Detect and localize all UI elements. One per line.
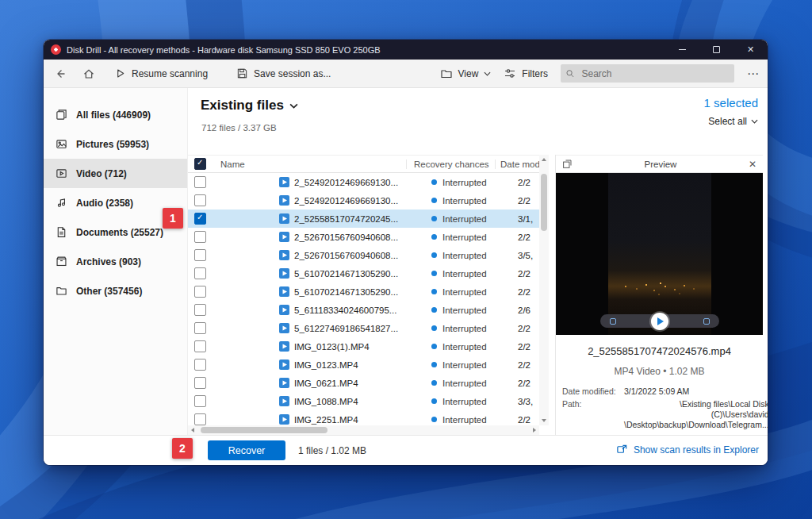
row-checkbox[interactable] <box>194 359 206 371</box>
recovery-chances-cell: Interrupted <box>424 306 513 315</box>
play-button[interactable] <box>651 313 668 330</box>
sidebar-item-other[interactable]: Other (357456) <box>44 276 187 306</box>
resume-scanning-button[interactable]: Resume scanning <box>114 67 208 79</box>
row-checkbox[interactable] <box>194 413 206 425</box>
search-box[interactable] <box>561 64 734 83</box>
recover-button[interactable]: Recover <box>208 440 285 460</box>
date-cell: 2/2 <box>513 342 539 352</box>
status-dot-icon <box>431 417 437 422</box>
row-checkbox[interactable] <box>194 213 206 225</box>
table-row[interactable]: 2_52670156760940608... Interrupted 3/5, <box>188 246 539 264</box>
filters-button[interactable]: Filters <box>504 67 548 80</box>
vertical-scrollbar[interactable] <box>539 155 549 425</box>
date-cell: 3/1, <box>513 214 539 224</box>
search-icon <box>565 68 575 79</box>
scan-source-dropdown[interactable]: Existing files <box>201 98 298 113</box>
recovery-chances-cell: Interrupted <box>424 379 513 388</box>
back-button[interactable] <box>54 67 67 80</box>
table-row[interactable]: 5_61227469186541827... Interrupted 2/2 <box>188 319 539 337</box>
row-checkbox[interactable] <box>194 231 206 243</box>
path-line-2: \Desktop\backup\Download\Telegram... <box>624 420 768 429</box>
disk-drill-logo-icon <box>51 44 61 55</box>
row-checkbox[interactable] <box>194 377 206 389</box>
sidebar-item-label: Pictures (59953) <box>76 139 149 150</box>
select-all-checkbox[interactable] <box>194 158 206 170</box>
status-dot-icon <box>431 398 437 404</box>
video-player-controls[interactable] <box>600 314 719 328</box>
search-input[interactable] <box>580 67 730 80</box>
sidebar-item-all-files[interactable]: All files (446909) <box>44 100 187 129</box>
status-dot-icon <box>431 307 437 313</box>
table-row[interactable]: 2_52558517074720245... Interrupted 3/1, <box>188 210 539 228</box>
player-option-icon[interactable] <box>703 318 710 325</box>
vertical-scrollbar-thumb[interactable] <box>541 174 547 231</box>
table-row[interactable]: 5_61118334024600795... Interrupted 2/6 <box>188 301 539 319</box>
status-dot-icon <box>431 271 437 276</box>
sidebar-item-video[interactable]: Video (712) <box>44 159 187 188</box>
row-checkbox[interactable] <box>194 340 206 352</box>
row-checkbox[interactable] <box>194 194 206 206</box>
home-button[interactable] <box>82 67 95 80</box>
row-checkbox[interactable] <box>194 286 206 298</box>
sidebar-item-pictures[interactable]: Pictures (59953) <box>44 129 187 159</box>
video-file-icon <box>279 341 289 352</box>
table-row[interactable]: IMG_0123.MP4 Interrupted 2/2 <box>188 356 539 374</box>
sidebar-item-label: All files (446909) <box>76 110 151 121</box>
horizontal-scrollbar[interactable] <box>188 425 539 435</box>
column-header-name[interactable]: Name <box>206 160 406 169</box>
table-row[interactable]: 5_61070214671305290... Interrupted 2/2 <box>188 283 539 301</box>
select-all-dropdown[interactable]: Select all <box>704 116 758 127</box>
preview-close-icon[interactable]: ✕ <box>749 159 756 170</box>
file-name: 2_52558517074720245... <box>294 214 424 224</box>
path-line-1: \Existing files\Local Disk (C)\Users\dav… <box>680 399 768 419</box>
other-folder-icon <box>56 285 67 297</box>
more-button[interactable]: ⋯ <box>747 67 760 81</box>
minimize-button[interactable] <box>665 40 699 60</box>
column-header-date[interactable]: Date modified <box>495 160 539 169</box>
scroll-right-icon[interactable] <box>533 428 536 432</box>
sidebar-item-label: Documents (25527) <box>76 227 163 238</box>
table-row[interactable]: 2_52492012469669130... Interrupted 2/2 <box>188 191 539 210</box>
row-checkbox[interactable] <box>194 395 206 407</box>
row-checkbox[interactable] <box>194 322 206 334</box>
table-row[interactable]: 2_52670156760940608... Interrupted 2/2 <box>188 228 539 246</box>
table-row[interactable]: IMG_0621.MP4 Interrupted 2/2 <box>188 374 539 392</box>
horizontal-scrollbar-thumb[interactable] <box>201 427 327 433</box>
show-in-explorer-link[interactable]: Show scan results in Explorer <box>616 444 759 456</box>
toolbar: Resume scanning Save session as... View … <box>44 60 768 88</box>
save-session-button[interactable]: Save session as... <box>236 67 331 79</box>
video-file-icon <box>279 286 289 297</box>
video-file-icon <box>279 177 289 187</box>
footer-bar: Recover 1 files / 1.02 MB Show scan resu… <box>44 435 768 465</box>
table-row[interactable]: 5_61070214671305290... Interrupted 2/2 <box>188 264 539 283</box>
video-file-icon <box>279 213 289 224</box>
video-file-icon <box>279 195 289 206</box>
sidebar: All files (446909) Pictures (59953) Vide… <box>44 88 188 435</box>
scroll-down-icon[interactable] <box>542 419 546 422</box>
maximize-button[interactable] <box>699 40 733 60</box>
table-row[interactable]: 2_52492012469669130... Interrupted 2/2 <box>188 173 539 191</box>
video-preview[interactable] <box>556 173 763 335</box>
row-checkbox[interactable] <box>194 304 206 316</box>
row-checkbox[interactable] <box>194 176 206 188</box>
table-row[interactable]: IMG_0123(1).MP4 Interrupted 2/2 <box>188 337 539 356</box>
close-button[interactable]: ✕ <box>733 40 768 60</box>
row-checkbox[interactable] <box>194 249 206 261</box>
recovery-chances-cell: Interrupted <box>424 360 513 370</box>
view-dropdown[interactable]: View <box>440 67 492 80</box>
sidebar-item-archives[interactable]: Archives (903) <box>44 247 187 276</box>
row-checkbox[interactable] <box>194 267 206 279</box>
column-header-recovery-chances[interactable]: Recovery chances <box>406 160 495 169</box>
video-file-icon <box>279 323 289 333</box>
scroll-up-icon[interactable] <box>542 158 546 161</box>
player-option-icon[interactable] <box>610 318 616 325</box>
recovery-chances-cell: Interrupted <box>424 214 513 224</box>
table-row[interactable]: IMG_2251.MP4 Interrupted 2/2 <box>188 410 539 425</box>
table-row[interactable]: IMG_1088.MP4 Interrupted 3/3, <box>188 392 539 410</box>
path-label: Path: <box>562 399 624 430</box>
scroll-left-icon[interactable] <box>191 428 194 432</box>
all-files-icon <box>56 109 67 121</box>
popout-preview-icon[interactable] <box>562 159 573 169</box>
date-cell: 2/2 <box>513 178 539 187</box>
status-text: Interrupted <box>442 306 487 315</box>
